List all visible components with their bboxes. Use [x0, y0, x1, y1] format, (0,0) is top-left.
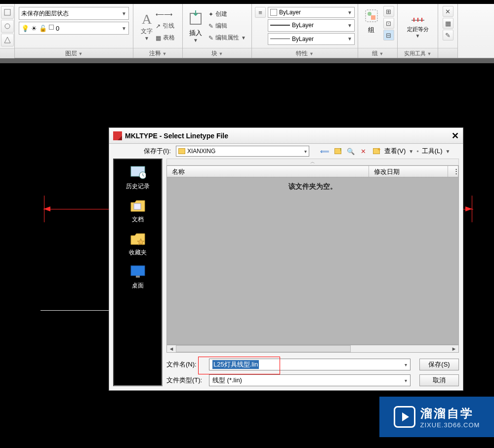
panel-group: 组 ⊞ ⊡ ⊟ 组▼ — [358, 4, 398, 58]
panel-title: 实用工具▼ — [398, 48, 438, 58]
savein-label: 保存于(I): — [144, 147, 171, 156]
group-select-icon[interactable]: ⊟ — [383, 30, 394, 41]
cancel-button[interactable]: 取消 — [419, 374, 459, 386]
group-edit-icon[interactable]: ⊡ — [383, 18, 394, 29]
file-dialog: MKLTYPE - Select Linetype File ✕ 保存于(I):… — [109, 127, 463, 391]
insert-icon — [186, 9, 206, 29]
favorites-place[interactable]: 收藏夹 — [129, 231, 147, 257]
file-list-pane: ︿ 名称 修改日期 ⋮ 该文件夹为空。 ◄ ► 文件名(N): L — [166, 159, 459, 386]
new-folder-icon[interactable]: ✦ — [371, 146, 381, 156]
tools-menu[interactable]: 工具(L) — [422, 147, 443, 156]
attr-icon: ✎ — [208, 35, 213, 41]
scroll-left-icon[interactable]: ◄ — [167, 346, 176, 352]
history-place[interactable]: 历史记录 — [126, 164, 150, 191]
filetype-label: 文件类型(T): — [166, 376, 206, 385]
panel-title: 注释▼ — [133, 48, 182, 58]
insert-block[interactable]: 插入 ▼ — [186, 9, 206, 43]
scroll-thumb[interactable] — [176, 345, 351, 352]
tool-icon[interactable] — [1, 20, 14, 33]
filetype-combo[interactable]: 线型 (*.lin) ▾ — [209, 374, 411, 386]
line-sample — [270, 39, 290, 39]
util-icon[interactable]: ▦ — [443, 18, 453, 29]
sun-icon: ☀ — [31, 25, 37, 32]
layer-state-combo[interactable]: 未保存的图层状态 ▼ — [19, 7, 129, 20]
dimension-tool[interactable]: ⟵⟶ — [156, 9, 175, 20]
menu-bar — [0, 0, 494, 4]
chevron-down-icon[interactable]: ▼ — [409, 149, 413, 154]
edit-attr[interactable]: ✎编辑属性▼ — [208, 33, 246, 43]
edit-block[interactable]: ✎编辑 — [208, 21, 246, 32]
grey-bar — [0, 58, 494, 63]
util-icon[interactable]: ✕ — [443, 6, 453, 17]
ungroup-icon[interactable]: ⊞ — [383, 6, 394, 17]
svg-point-4 — [368, 12, 371, 16]
match-props-icon[interactable]: ≡ — [255, 7, 266, 18]
list-header[interactable]: 名称 修改日期 ⋮ — [166, 165, 459, 177]
panel-properties: ≡ ByLayer▼ ByLayer▼ ByLayer▼ 特性▼ — [252, 4, 358, 58]
chevron-down-icon: ▼ — [144, 36, 149, 41]
save-button[interactable]: 保存(S) — [419, 359, 459, 370]
dim-icon: ⟵⟶ — [156, 11, 172, 18]
folder-icon — [178, 148, 185, 154]
watermark: 溜溜自学 ZIXUE.3D66.COM — [379, 397, 494, 437]
places-sidebar: 历史记录 文档 收藏夹 桌面 — [113, 159, 163, 386]
table-icon: ▦ — [156, 35, 161, 41]
util-icon[interactable]: ✎ — [443, 30, 453, 41]
back-icon[interactable]: ⟸ — [320, 146, 330, 156]
chevron-down-icon: ▾ — [304, 149, 307, 154]
chevron-down-icon: ▾ — [405, 378, 407, 383]
up-folder-icon[interactable]: ↑ — [333, 146, 343, 156]
desktop-place[interactable]: 桌面 — [129, 264, 147, 290]
chevron-down-icon[interactable]: ▼ — [446, 149, 451, 154]
folder-name: XIANXING — [187, 148, 215, 155]
ribbon: 未保存的图层状态 ▼ 💡 ☀ 🔓 0 ▼ 图层▼ A 文字 — [0, 4, 494, 58]
dialog-titlebar[interactable]: MKLTYPE - Select Linetype File ✕ — [109, 128, 463, 144]
create-block[interactable]: ✦创建 — [208, 9, 246, 20]
tool-icon[interactable] — [1, 34, 14, 46]
delete-icon[interactable]: ✕ — [359, 146, 369, 156]
close-icon[interactable]: ✕ — [452, 130, 459, 141]
documents-place[interactable]: 文档 — [129, 198, 147, 224]
arrow-left — [43, 206, 50, 211]
text-icon: A — [142, 11, 152, 27]
folder-combo[interactable]: XIANXING ▾ — [176, 146, 309, 157]
star-icon: ✦ — [208, 11, 213, 18]
leader-tool[interactable]: ↗引线 — [156, 21, 175, 32]
empty-message: 该文件夹为空。 — [288, 182, 337, 191]
file-list[interactable]: 该文件夹为空。 — [166, 177, 459, 345]
search-icon[interactable]: 🔍 — [346, 146, 356, 156]
color-combo[interactable]: ByLayer▼ — [268, 7, 355, 18]
watermark-title: 溜溜自学 — [420, 406, 480, 421]
panel-left-tools — [0, 4, 15, 58]
dialog-title-text: MKLTYPE - Select Linetype File — [125, 132, 228, 140]
svg-rect-13 — [131, 266, 145, 276]
chevron-down-icon: ▼ — [415, 33, 420, 39]
group-icon — [362, 6, 381, 26]
column-date[interactable]: 修改日期 — [369, 166, 448, 177]
group-tool[interactable]: 组 — [362, 6, 381, 41]
panel-annotation: A 文字 ▼ ⟵⟶ ↗引线 ▦表格 注释▼ — [133, 4, 183, 58]
lineweight-combo[interactable]: ByLayer▼ — [268, 19, 355, 32]
svg-point-1 — [5, 24, 10, 29]
table-tool[interactable]: ▦表格 — [156, 33, 175, 43]
arrow-right — [465, 206, 472, 211]
object-edge — [41, 310, 110, 311]
divide-tool[interactable]: 定距等分 ▼ — [407, 6, 429, 39]
view-menu[interactable]: 查看(V) — [384, 147, 406, 156]
panel-block: 插入 ▼ ✦创建 ✎编辑 ✎编辑属性▼ 块▼ — [183, 4, 252, 58]
column-name[interactable]: 名称 — [167, 166, 369, 177]
linetype-combo[interactable]: ByLayer▼ — [268, 33, 355, 45]
panel-title: 特性▼ — [252, 48, 358, 58]
layer-combo[interactable]: 💡 ☀ 🔓 0 ▼ — [19, 22, 129, 35]
column-extra[interactable]: ⋮ — [448, 166, 458, 177]
chevron-down-icon: ▼ — [122, 11, 126, 16]
desktop-icon — [129, 264, 147, 280]
highlight-annotation — [198, 357, 280, 374]
autocad-logo-icon — [113, 131, 122, 140]
horizontal-scrollbar[interactable]: ◄ ► — [166, 345, 459, 353]
scroll-right-icon[interactable]: ► — [450, 346, 458, 352]
tool-icon[interactable] — [1, 6, 14, 19]
text-tool[interactable]: A 文字 ▼ — [141, 11, 153, 41]
collapse-toggle[interactable]: ︿ — [166, 159, 459, 165]
chevron-down-icon: ▼ — [193, 38, 198, 43]
